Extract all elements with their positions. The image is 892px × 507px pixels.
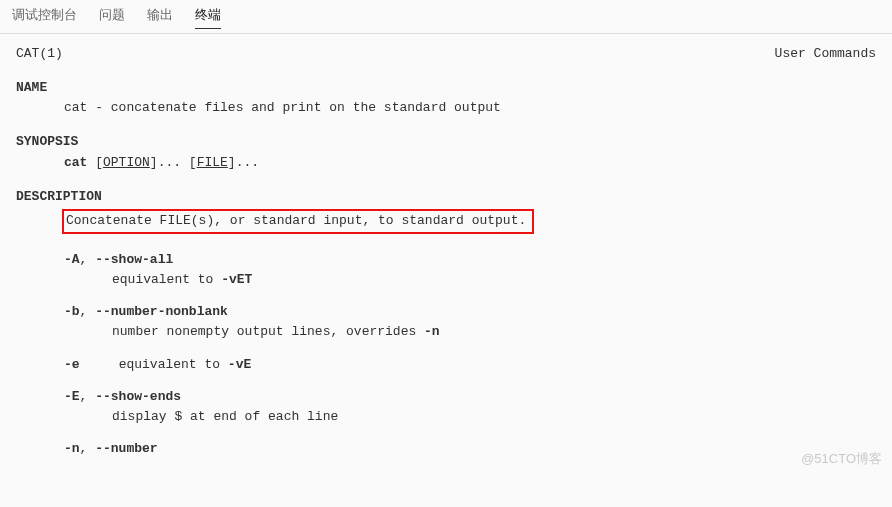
opt-number: -n, --number (16, 439, 876, 459)
opt-E-long: --show-ends (95, 389, 181, 404)
opt-n-long: --number (95, 441, 157, 456)
opt-A-desc-text: equivalent to (112, 272, 221, 287)
syn-br2: ]... [ (150, 155, 197, 170)
man-page-id: CAT(1) (16, 44, 63, 64)
opt-A-long: --show-all (95, 252, 173, 267)
opt-number-nonblank: -b, --number-nonblank (16, 302, 876, 322)
synopsis-line: cat [OPTION]... [FILE]... (16, 153, 876, 173)
opt-show-all: -A, --show-all (16, 250, 876, 270)
opt-b-long: --number-nonblank (95, 304, 228, 319)
tab-bar: 调试控制台 问题 输出 终端 (0, 0, 892, 34)
opt-n-short: -n (64, 441, 80, 456)
opt-e: -e equivalent to -vE (16, 355, 876, 375)
section-name: NAME (16, 78, 876, 98)
name-body: cat - concatenate files and print on the… (16, 98, 876, 118)
opt-A-short: -A (64, 252, 80, 267)
opt-b-desc: number nonempty output lines, overrides … (16, 322, 876, 342)
opt-E-short: -E (64, 389, 80, 404)
opt-b-short: -b (64, 304, 80, 319)
opt-e-desc-flag: -vE (228, 357, 251, 372)
opt-E-desc: display $ at end of each line (16, 407, 876, 427)
opt-b-sep: , (80, 304, 96, 319)
section-description: DESCRIPTION (16, 187, 876, 207)
opt-b-desc-flag: -n (424, 324, 440, 339)
opt-show-ends: -E, --show-ends (16, 387, 876, 407)
section-synopsis: SYNOPSIS (16, 132, 876, 152)
syn-option: OPTION (103, 155, 150, 170)
syn-cmd: cat (64, 155, 87, 170)
opt-e-short: -e (64, 357, 80, 372)
opt-A-desc: equivalent to -vET (16, 270, 876, 290)
desc-lead: Concatenate FILE(s), or standard input, … (62, 209, 534, 234)
opt-A-desc-flag: -vET (221, 272, 252, 287)
tab-debug-console[interactable]: 调试控制台 (12, 6, 77, 29)
syn-br3: ]... (228, 155, 259, 170)
tab-terminal[interactable]: 终端 (195, 6, 221, 29)
opt-A-sep: , (80, 252, 96, 267)
desc-highlight-box: Concatenate FILE(s), or standard input, … (16, 207, 876, 238)
syn-file: FILE (197, 155, 228, 170)
opt-b-desc-text: number nonempty output lines, overrides (112, 324, 424, 339)
opt-e-desc-text: equivalent to (119, 357, 228, 372)
opt-n-sep: , (80, 441, 96, 456)
syn-br1: [ (87, 155, 103, 170)
man-category: User Commands (775, 44, 876, 64)
man-header: CAT(1) User Commands (16, 44, 876, 64)
opt-E-sep: , (80, 389, 96, 404)
tab-problems[interactable]: 问题 (99, 6, 125, 29)
tab-output[interactable]: 输出 (147, 6, 173, 29)
terminal-pane[interactable]: CAT(1) User Commands NAME cat - concaten… (0, 34, 892, 475)
